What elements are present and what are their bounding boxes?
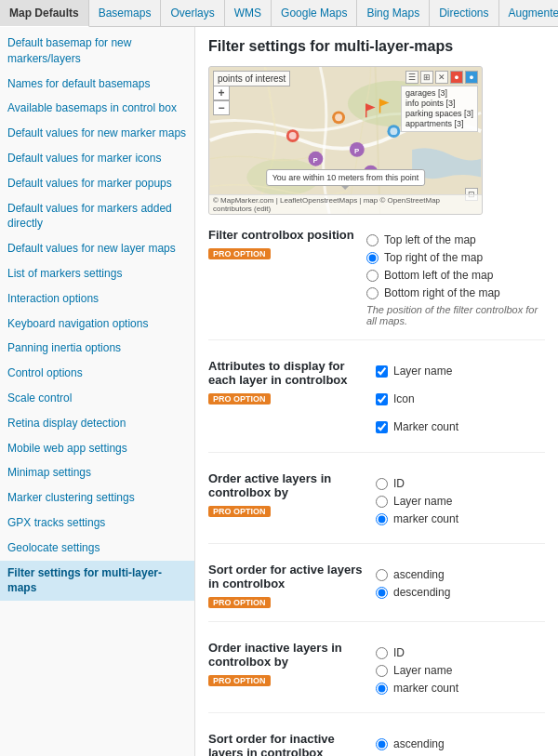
radio-item-bottom-right[interactable]: Bottom right of the map xyxy=(366,286,545,299)
radio-group-order-inactive: ID Layer name marker count xyxy=(376,646,545,695)
zoom-out-button[interactable]: − xyxy=(213,100,230,115)
radio-label-active-marker-count: marker count xyxy=(393,512,458,525)
radio-label-bottom-right: Bottom right of the map xyxy=(384,286,500,299)
radio-item-active-id[interactable]: ID xyxy=(376,477,545,490)
checkbox-layer-name[interactable] xyxy=(376,365,388,378)
sidebar-item-names-basemaps[interactable]: Names for default basemaps xyxy=(0,72,194,97)
sidebar-item-control-options[interactable]: Control options xyxy=(0,361,194,386)
zoom-in-button[interactable]: + xyxy=(213,86,230,100)
section-order-inactive: Order inactive layers in controlbox by P… xyxy=(208,641,545,713)
checkbox-item-marker-count[interactable]: Marker count xyxy=(376,420,545,433)
sidebar-item-retina[interactable]: Retina display detection xyxy=(0,411,194,436)
sidebar-item-marker-clustering[interactable]: Marker clustering settings xyxy=(0,485,194,511)
legend-item-garages: garages [3] xyxy=(405,88,473,98)
sidebar-item-default-basemap[interactable]: Default basemap for new markers/layers xyxy=(0,31,194,72)
radio-item-bottom-left[interactable]: Bottom left of the map xyxy=(366,269,545,282)
tab-directions[interactable]: Directions xyxy=(430,0,498,26)
svg-text:P: P xyxy=(312,156,317,165)
sidebar-item-available-basemaps[interactable]: Available basemaps in control box xyxy=(0,96,194,121)
map-ctrl-3[interactable]: ✕ xyxy=(435,71,448,84)
radio-item-inactive-layer-name[interactable]: Layer name xyxy=(376,664,545,677)
radio-inactive-id[interactable] xyxy=(376,647,388,659)
radio-label-top-right: Top right of the map xyxy=(384,251,483,264)
sidebar-item-filter-multilayer[interactable]: Filter settings for multi-layer-maps xyxy=(0,561,194,602)
sidebar-item-default-marker-popups[interactable]: Default values for marker popups xyxy=(0,171,194,196)
map-ctrl-1[interactable]: ☰ xyxy=(405,71,418,84)
map-label: points of interest xyxy=(213,71,290,86)
radio-ascending-inactive[interactable] xyxy=(376,738,388,750)
section-title-order-inactive: Order inactive layers in controlbox by xyxy=(208,641,366,669)
radio-active-id[interactable] xyxy=(376,478,388,490)
checkbox-marker-count[interactable] xyxy=(376,421,388,433)
map-preview: P P P Groß-Enzersdorf points of interest… xyxy=(208,66,483,215)
sidebar-item-minimap[interactable]: Minimap settings xyxy=(0,460,194,485)
section-title-attributes: Attributes to display for each layer in … xyxy=(208,359,366,387)
checkbox-icon[interactable] xyxy=(376,393,388,405)
sidebar-item-default-markers-added[interactable]: Default values for markers added directl… xyxy=(0,196,194,237)
tab-bing-maps[interactable]: Bing Maps xyxy=(357,0,430,26)
sidebar-item-interaction[interactable]: Interaction options xyxy=(0,286,194,312)
sidebar-item-panning[interactable]: Panning inertia options xyxy=(0,336,194,361)
radio-item-inactive-id[interactable]: ID xyxy=(376,646,545,659)
radio-top-right[interactable] xyxy=(366,252,379,264)
sidebar-item-default-layer-maps[interactable]: Default values for new layer maps xyxy=(0,236,194,261)
radio-label-active-layer-name: Layer name xyxy=(393,495,452,508)
main-layout: Default basemap for new markers/layers N… xyxy=(0,27,558,756)
checkbox-item-icon[interactable]: Icon xyxy=(376,392,545,405)
radio-item-active-layer-name[interactable]: Layer name xyxy=(376,495,545,508)
radio-item-top-left[interactable]: Top left of the map xyxy=(366,233,545,246)
radio-group-filter-pos: Top left of the map Top right of the map… xyxy=(366,233,545,299)
radio-ascending-active[interactable] xyxy=(376,569,388,581)
pro-badge-attributes: PRO OPTION xyxy=(208,393,271,405)
radio-active-marker-count[interactable] xyxy=(376,513,388,525)
radio-item-active-marker-count[interactable]: marker count xyxy=(376,512,545,525)
radio-inactive-marker-count[interactable] xyxy=(376,683,388,695)
tab-overlays[interactable]: Overlays xyxy=(161,0,224,26)
section-attributes-display: Attributes to display for each layer in … xyxy=(208,359,545,453)
radio-item-inactive-marker-count[interactable]: marker count xyxy=(376,682,545,695)
radio-active-layer-name[interactable] xyxy=(376,496,388,508)
tab-wms[interactable]: WMS xyxy=(225,0,272,26)
sidebar-item-list-markers[interactable]: List of markers settings xyxy=(0,261,194,286)
section-title-order-active: Order active layers in controlbox by xyxy=(208,471,366,499)
radio-top-left[interactable] xyxy=(366,234,379,246)
tab-basemaps[interactable]: Basemaps xyxy=(89,0,162,26)
sidebar-item-default-marker-maps[interactable]: Default values for new marker maps xyxy=(0,121,194,146)
tab-map-defaults[interactable]: Map Defaults xyxy=(0,0,89,27)
tab-google-maps[interactable]: Google Maps xyxy=(272,0,357,26)
radio-label-inactive-layer-name: Layer name xyxy=(393,664,452,677)
radio-inactive-layer-name[interactable] xyxy=(376,665,388,677)
svg-point-6 xyxy=(335,113,342,121)
map-ctrl-5[interactable]: ● xyxy=(465,71,478,84)
radio-item-ascending-inactive[interactable]: ascending xyxy=(376,737,545,750)
sidebar-item-mobile-web[interactable]: Mobile web app settings xyxy=(0,436,194,461)
sidebar: Default basemap for new markers/layers N… xyxy=(0,27,195,756)
radio-bottom-left[interactable] xyxy=(366,270,379,282)
page-title: Filter settings for multi-layer-maps xyxy=(208,38,545,55)
tab-ar[interactable]: Augmented-Reality xyxy=(499,0,559,26)
radio-label-inactive-id: ID xyxy=(393,646,405,659)
radio-item-ascending-active[interactable]: ascending xyxy=(376,568,545,581)
legend-item-parking: parking spaces [3] xyxy=(405,109,473,118)
sidebar-item-geolocate[interactable]: Geolocate settings xyxy=(0,536,194,561)
radio-bottom-right[interactable] xyxy=(366,287,379,299)
radio-item-top-right[interactable]: Top right of the map xyxy=(366,251,545,264)
radio-label-ascending-active: ascending xyxy=(393,568,445,581)
legend-item-appartments: appartments [3] xyxy=(405,119,473,128)
radio-item-descending-active[interactable]: descending xyxy=(376,586,545,599)
section-sort-order-inactive: Sort order for inactive layers in contro… xyxy=(208,732,545,756)
section-order-active: Order active layers in controlbox by PRO… xyxy=(208,471,545,544)
checkbox-item-layer-name[interactable]: Layer name xyxy=(376,365,545,378)
sidebar-item-scale-control[interactable]: Scale control xyxy=(0,386,194,411)
sidebar-item-default-marker-icons[interactable]: Default values for marker icons xyxy=(0,146,194,171)
sidebar-item-keyboard-nav[interactable]: Keyboard navigation options xyxy=(0,312,194,337)
radio-descending-active[interactable] xyxy=(376,587,388,599)
radio-label-bottom-left: Bottom left of the map xyxy=(384,269,493,282)
top-nav: Map Defaults Basemaps Overlays WMS Googl… xyxy=(0,0,558,27)
map-ctrl-2[interactable]: ⊞ xyxy=(420,71,433,84)
map-zoom-controls: + − xyxy=(213,86,230,115)
sidebar-item-gpx[interactable]: GPX tracks settings xyxy=(0,511,194,536)
map-ctrl-4[interactable]: ● xyxy=(450,71,463,84)
radio-label-ascending-inactive: ascending xyxy=(393,737,445,750)
map-controls: ☰ ⊞ ✕ ● ● xyxy=(405,71,478,84)
